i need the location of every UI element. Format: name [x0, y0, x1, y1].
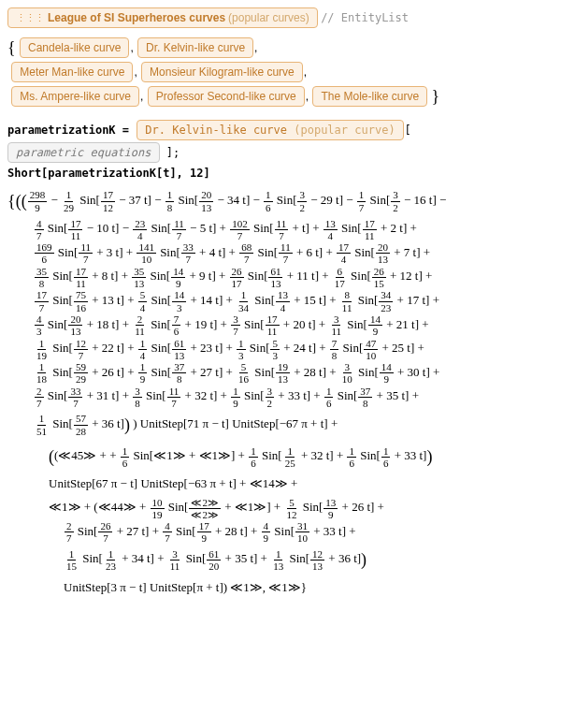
prop-parametric[interactable]: parametric equations — [7, 142, 160, 163]
entity-meterman[interactable]: Meter Man-like curve — [11, 62, 133, 82]
short-call: Short[parametrizationK[t], 12] — [7, 167, 568, 180]
brace-close: } — [432, 87, 440, 106]
entity-mole[interactable]: The Mole-like curve — [312, 86, 427, 107]
brace-open: { — [7, 38, 16, 57]
assignment-line: parametrizationK = Dr. Kelvin-like curve… — [7, 118, 568, 163]
class-icon: ⋮⋮⋮ — [16, 12, 44, 24]
entity-ampere[interactable]: Ms. Ampere-like curve — [11, 86, 139, 107]
entity-list-comment: // EntityList — [321, 11, 409, 24]
assign-tail: ; — [173, 146, 180, 159]
entity-second[interactable]: Professor Second-like curve — [148, 86, 305, 107]
entity-class-pill[interactable]: ⋮⋮⋮ League of SI Superheroes curves (pop… — [7, 7, 318, 28]
assign-entity-name: Dr. Kelvin-like curve — [145, 124, 287, 137]
math-output: {((2989 − 129 Sin[1712 − 37 t] − 18 Sin[… — [7, 185, 568, 599]
entity-class-sub: (popular curves) — [228, 11, 309, 24]
entity-kelvin[interactable]: Dr. Kelvin-like curve — [137, 37, 253, 58]
assign-lhs: parametrizationK = — [7, 124, 129, 137]
entity-candela[interactable]: Candela-like curve — [20, 37, 129, 58]
assign-entity-sub: (popular curve) — [294, 124, 395, 137]
entity-list: { Candela-like curve, Dr. Kelvin-like cu… — [7, 36, 568, 109]
assign-entity[interactable]: Dr. Kelvin-like curve (popular curve) — [137, 120, 403, 140]
entity-class-name: League of SI Superheroes curves — [48, 11, 225, 24]
entity-kilogram[interactable]: Monsieur Kilogram-like curve — [141, 62, 303, 82]
